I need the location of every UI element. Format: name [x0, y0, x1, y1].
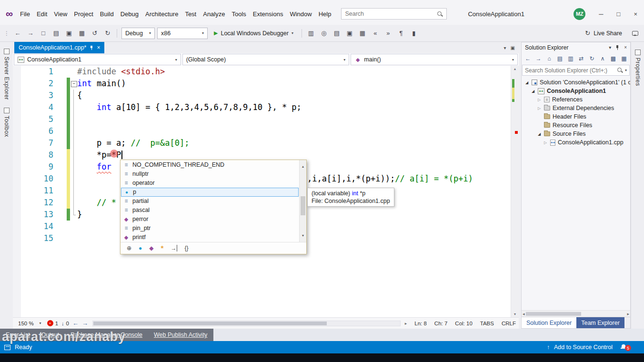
collapse-all-icon[interactable]: ∧ [599, 55, 606, 62]
scrollbar-thumb[interactable] [301, 196, 305, 215]
tree-expanded-arrow-icon[interactable]: ◢ [537, 132, 542, 136]
indent-out-icon[interactable]: « [371, 30, 380, 37]
completion-scrollbar[interactable]: ▴ ▾ [299, 160, 306, 242]
menu-debug[interactable]: Debug [117, 9, 142, 20]
pin-icon[interactable] [615, 45, 620, 50]
menu-window[interactable]: Window [286, 9, 315, 20]
chevron-down-icon[interactable]: ▾ [609, 45, 611, 50]
user-avatar[interactable]: MZ [574, 8, 585, 20]
panel-tab-package-manager-console[interactable]: Package Manager Console [70, 332, 142, 338]
menu-project[interactable]: Project [70, 9, 96, 20]
properties-icon[interactable]: ▦ [621, 55, 627, 62]
close-icon[interactable]: × [97, 45, 100, 50]
active-files-dropdown-icon[interactable]: ▾ [504, 45, 506, 50]
live-share-button[interactable]: Live Share [594, 30, 622, 37]
tab-arrow-icon[interactable] [171, 242, 177, 254]
scroll-down-icon[interactable]: ▾ [300, 230, 306, 241]
menu-analyze[interactable]: Analyze [200, 9, 228, 20]
tree-item[interactable]: ▷References [522, 95, 630, 104]
add-to-source-control-button[interactable]: Add to Source Control [554, 344, 613, 351]
members-filter-icon[interactable] [149, 242, 153, 254]
redo-icon[interactable]: ↻ [103, 30, 112, 37]
outline-margin[interactable] [70, 78, 77, 90]
search-input[interactable] [345, 10, 434, 17]
bookmark-icon[interactable]: ▮ [409, 30, 419, 37]
tree-item[interactable]: ▷External Dependencies [522, 104, 630, 112]
snippets-filter-icon[interactable] [161, 242, 164, 255]
scroll-down-icon[interactable]: ▾ [511, 312, 519, 316]
rail-tab-toolbox[interactable]: Toolbox [3, 108, 10, 137]
scope-dropdown[interactable]: (Global Scope) ▾ [182, 54, 350, 65]
scroll-right-icon[interactable]: ▸ [405, 321, 407, 326]
scrollbar-thumb[interactable] [93, 322, 327, 325]
forward-icon[interactable]: → [26, 30, 35, 37]
menu-view[interactable]: View [50, 9, 70, 20]
tree-expanded-arrow-icon[interactable]: ◢ [531, 89, 535, 93]
maximize-icon[interactable]: □ [617, 10, 621, 18]
platform-dropdown[interactable]: x86▾ [157, 28, 208, 39]
scroll-up-icon[interactable]: ▴ [300, 161, 306, 172]
configuration-dropdown[interactable]: Debug▾ [121, 28, 155, 39]
rail-tab-server-explorer[interactable]: Server Explorer [3, 49, 10, 100]
tree-item[interactable]: ▷ConsoleApplication1.cpp [522, 138, 630, 147]
show-all-files-icon[interactable]: ▩ [610, 55, 616, 62]
solution-platforms-icon[interactable]: ▥ [306, 30, 316, 37]
code-line[interactable]: 2int main() [13, 78, 511, 90]
feedback-icon[interactable] [632, 31, 638, 36]
se-horizontal-scrollbar[interactable]: ◂ ▸ [522, 310, 630, 317]
tree-collapsed-arrow-icon[interactable]: ▷ [543, 141, 548, 145]
open-file-icon[interactable]: ▤ [51, 30, 61, 37]
rail-tab-properties[interactable]: Properties [634, 50, 641, 86]
toolbar-grip[interactable]: ⋮ [4, 30, 10, 37]
forward-icon[interactable]: → [535, 55, 542, 62]
menu-architecture[interactable]: Architecture [142, 9, 181, 20]
tree-item[interactable]: ◢Source Files [522, 130, 630, 138]
scrollbar-track[interactable] [526, 312, 626, 316]
navigate-back-icon[interactable]: ← [72, 320, 79, 327]
window-options-icon[interactable]: ▣ [511, 45, 515, 50]
refresh-icon[interactable]: ↻ [588, 55, 595, 62]
undo-icon[interactable]: ↺ [90, 30, 100, 37]
close-icon[interactable]: × [624, 45, 627, 50]
menu-extensions[interactable]: Extensions [250, 9, 287, 20]
zoom-dropdown[interactable]: 150 %▾ [16, 319, 44, 328]
close-icon[interactable]: × [634, 10, 637, 18]
error-count-icon[interactable]: × [47, 320, 53, 326]
save-icon[interactable]: ▣ [64, 30, 74, 37]
tree-item[interactable]: ◢ConsoleApplication1 [522, 87, 630, 95]
switch-views-icon[interactable]: ▤ [556, 55, 563, 62]
menu-help[interactable]: Help [315, 9, 335, 20]
member-dropdown[interactable]: main() ▾ [351, 54, 518, 65]
tree-expanded-arrow-icon[interactable]: ◢ [524, 80, 529, 85]
tab-solution-explorer[interactable]: Solution Explorer [522, 317, 576, 328]
menu-edit[interactable]: Edit [33, 9, 50, 20]
home-icon[interactable]: ⌂ [546, 55, 553, 62]
chevron-down-icon[interactable]: ▾ [625, 68, 627, 72]
start-debug-button[interactable]: ▶ Local Windows Debugger ▾ [210, 27, 297, 40]
code-line[interactable]: 7 p = a; // p=&a[0]; [13, 137, 511, 149]
menu-tools[interactable]: Tools [228, 9, 249, 20]
search-icon[interactable] [617, 67, 623, 73]
code-line[interactable]: 4 int a[10] = { 1,2,3,4,5,6,7,8,9,10 }, … [13, 101, 511, 113]
editor-horizontal-scrollbar[interactable] [92, 321, 401, 326]
message-count-icon[interactable]: ↓ [61, 321, 64, 326]
code-line[interactable]: 5 [13, 113, 511, 125]
menu-file[interactable]: File [17, 9, 33, 20]
back-icon[interactable]: ← [13, 30, 22, 37]
background-tasks-icon[interactable] [4, 345, 10, 350]
code-line[interactable]: 3{ [13, 90, 511, 101]
pending-filter-icon[interactable]: ▥ [567, 55, 574, 62]
document-tab[interactable]: ConsoleApplication1.cpp* × [14, 42, 104, 53]
comment-icon[interactable]: ¶ [396, 30, 406, 37]
save-all-icon[interactable]: ▦ [77, 30, 87, 37]
error-list-icon[interactable]: ▣ [345, 30, 354, 37]
tree-item[interactable]: Resource Files [522, 121, 630, 130]
editor-vertical-scrollbar[interactable]: ▴ ▾ [511, 66, 519, 317]
search-box[interactable] [341, 8, 447, 20]
notifications-bell-icon[interactable]: 5 [621, 344, 628, 351]
se-search-input[interactable] [525, 67, 615, 74]
tree-item[interactable]: ◢Solution 'ConsoleApplication1' (1 of [522, 78, 630, 87]
scroll-right-icon[interactable]: ▸ [627, 312, 629, 316]
pin-icon[interactable] [90, 45, 93, 50]
panel-tab-error-list[interactable]: Error List [6, 332, 30, 338]
